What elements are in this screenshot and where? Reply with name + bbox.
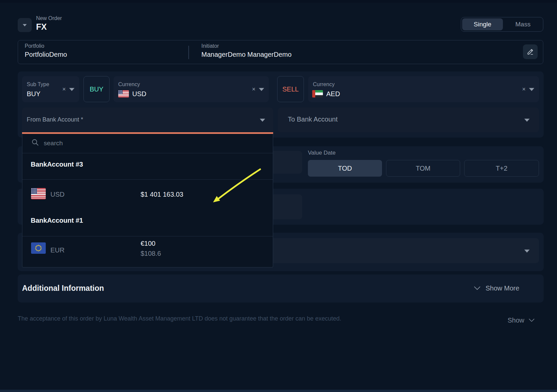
us-flag-icon — [118, 90, 129, 97]
value-date-t2-button[interactable]: T+2 — [464, 160, 539, 177]
from-bank-account-field[interactable]: From Bank Account * — [22, 108, 273, 132]
account-group-name: BankAccount #3 — [31, 161, 83, 168]
us-flag-icon — [31, 188, 46, 199]
value-date-label: Value Date — [308, 150, 336, 156]
account-search-input[interactable] — [39, 137, 259, 149]
focus-underline — [22, 132, 273, 134]
buy-currency-field[interactable]: Currency USD × — [114, 76, 269, 102]
toggle-single[interactable]: Single — [462, 18, 503, 30]
page-title: FX — [36, 22, 47, 32]
sell-side-button[interactable]: SELL — [277, 76, 304, 102]
disclaimer-text: The acceptance of this order by Luna Wea… — [18, 315, 341, 322]
toggle-mass[interactable]: Mass — [504, 18, 542, 30]
buy-side-button[interactable]: BUY — [83, 76, 110, 102]
account-amount: $1 401 163.03 — [141, 191, 183, 198]
account-currency: EUR — [50, 246, 64, 254]
pencil-icon — [527, 48, 534, 55]
eu-flag-icon — [31, 242, 46, 254]
show-button[interactable]: Show — [508, 317, 535, 324]
order-info-box: Portfolio PortfolioDemo Initiator Manage… — [18, 40, 543, 64]
additional-information-title: Additional Information — [22, 284, 104, 293]
show-more-label: Show More — [486, 284, 519, 292]
clear-icon[interactable]: × — [62, 86, 66, 92]
order-type-collapse-button[interactable] — [18, 18, 32, 32]
sell-currency-value: AED — [326, 90, 340, 98]
account-option-eur[interactable]: EUR €100 $108.6 — [22, 237, 273, 264]
top-chrome-strip — [0, 0, 557, 3]
account-amount: €100 — [141, 240, 156, 247]
clear-icon[interactable]: × — [252, 86, 255, 92]
bank-account-dropdown: BankAccount #3 USD $1 401 163.03 BankAcc… — [22, 134, 273, 267]
value-date-tom-button[interactable]: TOM — [386, 160, 460, 177]
chevron-down-icon — [528, 318, 535, 323]
chevron-down-icon[interactable] — [260, 119, 265, 122]
chevron-down-icon[interactable] — [69, 88, 74, 91]
sub-type-label: Sub Type — [27, 81, 49, 87]
panel-divider — [22, 236, 273, 236]
order-subtitle: New Order — [36, 15, 62, 21]
ae-flag-icon — [312, 90, 323, 97]
sub-type-value: BUY — [27, 90, 40, 98]
chevron-down-icon[interactable] — [524, 249, 530, 252]
panel-divider — [22, 153, 273, 153]
chevron-down-icon — [23, 24, 27, 26]
fx-order-window: New Order FX Single Mass Portfolio Portf… — [0, 0, 557, 392]
sell-currency-field[interactable]: Currency AED × — [308, 76, 539, 102]
from-bank-account-label: From Bank Account * — [27, 116, 83, 123]
chevron-down-icon — [474, 286, 481, 291]
clear-icon[interactable]: × — [522, 86, 526, 92]
portfolio-value: PortfolioDemo — [25, 51, 67, 58]
to-bank-account-field[interactable]: To Bank Account — [278, 108, 539, 132]
bottom-accent-bar — [0, 390, 557, 392]
to-bank-account-label: To Bank Account — [288, 116, 338, 123]
chevron-down-icon[interactable] — [259, 88, 264, 91]
show-more-button[interactable]: Show More — [474, 284, 519, 292]
initiator-label: Initiator — [201, 43, 219, 49]
initiator-value: ManagerDemo ManagerDemo — [201, 51, 292, 58]
show-label: Show — [508, 317, 524, 324]
section-additional-information: Additional Information Show More — [18, 274, 544, 303]
info-divider — [188, 46, 189, 59]
buy-currency-label: Currency — [118, 81, 140, 87]
account-converted-amount: $108.6 — [141, 250, 161, 257]
chevron-down-icon[interactable] — [529, 88, 534, 91]
edit-order-button[interactable] — [523, 44, 538, 59]
account-group-name: BankAccount #1 — [31, 217, 83, 224]
sell-currency-label: Currency — [313, 81, 335, 87]
value-date-tod-button[interactable]: TOD — [308, 160, 382, 177]
search-icon — [31, 138, 39, 146]
chevron-down-icon[interactable] — [524, 119, 530, 122]
buy-currency-value: USD — [132, 90, 146, 98]
account-currency: USD — [50, 191, 64, 198]
panel-divider — [22, 179, 273, 180]
sub-type-field[interactable]: Sub Type BUY × — [22, 76, 79, 102]
portfolio-label: Portfolio — [25, 43, 44, 49]
mode-toggle: Single Mass — [461, 17, 543, 32]
account-option-usd[interactable]: USD $1 401 163.03 — [22, 183, 273, 207]
